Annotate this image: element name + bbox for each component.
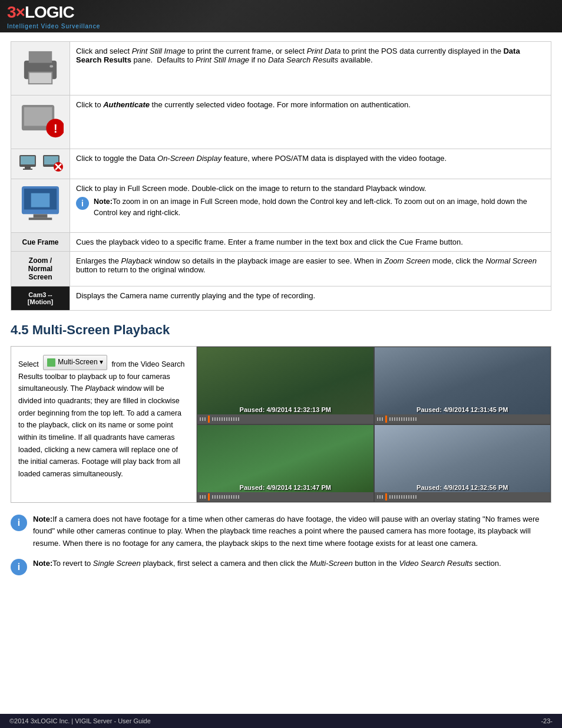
logo: 3×LOGIC Intelligent Video Surveillance xyxy=(7,3,100,29)
note-row-2: i Note:To revert to Single Screen playba… xyxy=(11,558,551,575)
video-label-3: Paused: 4/9/2014 12:31:47 PM xyxy=(197,484,373,491)
authenticate-icon-cell: ! xyxy=(11,95,70,149)
video-label-1: Paused: 4/9/2014 12:32:13 PM xyxy=(197,406,373,413)
logo-subtitle: Intelligent Video Surveillance xyxy=(7,23,100,29)
video-grid: Paused: 4/9/2014 12:32:13 PM Paused: 4/9… xyxy=(197,347,551,502)
main-content: Click and select Print Still Image to pr… xyxy=(0,32,562,592)
reference-table: Click and select Print Still Image to pr… xyxy=(11,41,551,311)
video-timeline-2 xyxy=(375,414,551,424)
table-row: Cue Frame Cues the playback video to a s… xyxy=(11,233,551,252)
video-timeline-3 xyxy=(197,492,373,502)
svg-text:!: ! xyxy=(54,122,58,135)
table-row: Click and select Print Still Image to pr… xyxy=(11,42,551,95)
section-heading: 4.5 Multi-Screen Playback xyxy=(11,322,551,338)
svg-rect-1 xyxy=(29,51,52,63)
svg-rect-21 xyxy=(29,218,52,220)
authenticate-description: Click to Authenticate the currently sele… xyxy=(70,95,551,149)
multiscreen-icon xyxy=(47,358,55,367)
table-row: Zoom / Normal Screen Enlarges the Playba… xyxy=(11,252,551,286)
note-body-1: Note:If a camera does not have footage f… xyxy=(33,513,551,549)
svg-rect-10 xyxy=(25,167,31,169)
svg-marker-19 xyxy=(31,193,50,207)
multi-screen-section: Select Multi-Screen ▾ from the Video Sea… xyxy=(11,346,551,503)
osd-description: Click to toggle the Data On-Screen Displ… xyxy=(70,149,551,179)
print-icon-cell xyxy=(11,42,70,95)
fullscreen-icon-cell xyxy=(11,179,70,233)
table-row: ! Click to Authenticate the currently se… xyxy=(11,95,551,149)
table-row: Cam3 -- [Motion] Displays the Camera nam… xyxy=(11,286,551,311)
video-label-2: Paused: 4/9/2014 12:31:45 PM xyxy=(375,406,551,413)
svg-rect-9 xyxy=(21,156,35,164)
multiscreen-label: Multi-Screen ▾ xyxy=(58,357,103,368)
multiscreen-button[interactable]: Multi-Screen ▾ xyxy=(43,355,107,370)
page-header: 3×LOGIC Intelligent Video Surveillance xyxy=(0,0,562,32)
notes-section: i Note:If a camera does not have footage… xyxy=(11,513,551,575)
cam-badge-description: Displays the Camera name currently playi… xyxy=(70,286,551,311)
video-label-4: Paused: 4/9/2014 12:32:56 PM xyxy=(375,484,551,491)
cue-frame-label: Cue Frame xyxy=(11,233,70,252)
video-timeline-4 xyxy=(375,492,551,502)
svg-rect-20 xyxy=(34,215,48,218)
zoom-normal-label: Zoom / Normal Screen xyxy=(11,252,70,286)
cue-frame-description: Cues the playback video to a specific fr… xyxy=(70,233,551,252)
print-icon xyxy=(17,47,64,88)
note-icon-1: i xyxy=(11,515,27,531)
osd-icon-cell xyxy=(11,149,70,179)
fullscreen-description: Click to play in Full Screen mode. Doubl… xyxy=(70,179,551,233)
footer-copyright: ©2014 3xLOGIC Inc. | VIGIL Server - User… xyxy=(9,717,151,724)
monitor-icon xyxy=(18,154,39,174)
logo-brand: 3×LOGIC xyxy=(7,3,100,22)
footer-page-number: -23- xyxy=(541,717,553,724)
osd-icons xyxy=(17,154,64,174)
page-footer: ©2014 3xLOGIC Inc. | VIGIL Server - User… xyxy=(0,714,562,728)
svg-rect-2 xyxy=(29,72,52,84)
video-quad-1: Paused: 4/9/2014 12:32:13 PM xyxy=(197,347,374,424)
zoom-normal-description: Enlarges the Playback window so details … xyxy=(70,252,551,286)
video-quad-4: Paused: 4/9/2014 12:32:56 PM xyxy=(374,424,551,502)
fullscreen-icon xyxy=(17,184,64,226)
print-description: Click and select Print Still Image to pr… xyxy=(70,42,551,95)
note-row-1: i Note:If a camera does not have footage… xyxy=(11,513,551,549)
note-icon: i xyxy=(76,197,89,210)
fullscreen-note: i Note:To zoom in on an image in Full Sc… xyxy=(76,196,545,219)
svg-rect-3 xyxy=(49,65,53,68)
authenticate-icon: ! xyxy=(17,100,64,142)
svg-rect-11 xyxy=(23,169,32,170)
video-timeline-1 xyxy=(197,414,373,424)
note-icon-2: i xyxy=(11,559,27,575)
table-row: Click to toggle the Data On-Screen Displ… xyxy=(11,149,551,179)
note-body-2: Note:To revert to Single Screen playback… xyxy=(33,558,501,569)
multi-screen-description: Select Multi-Screen ▾ from the Video Sea… xyxy=(11,347,197,502)
table-row: Click to play in Full Screen mode. Doubl… xyxy=(11,179,551,233)
cam-badge-cell: Cam3 -- [Motion] xyxy=(11,286,70,311)
video-quad-2: Paused: 4/9/2014 12:31:45 PM xyxy=(374,347,551,424)
note-text: Note:To zoom in on an image in Full Scre… xyxy=(94,196,545,219)
no-icon xyxy=(42,154,63,174)
video-quad-3: Paused: 4/9/2014 12:31:47 PM xyxy=(197,424,374,502)
